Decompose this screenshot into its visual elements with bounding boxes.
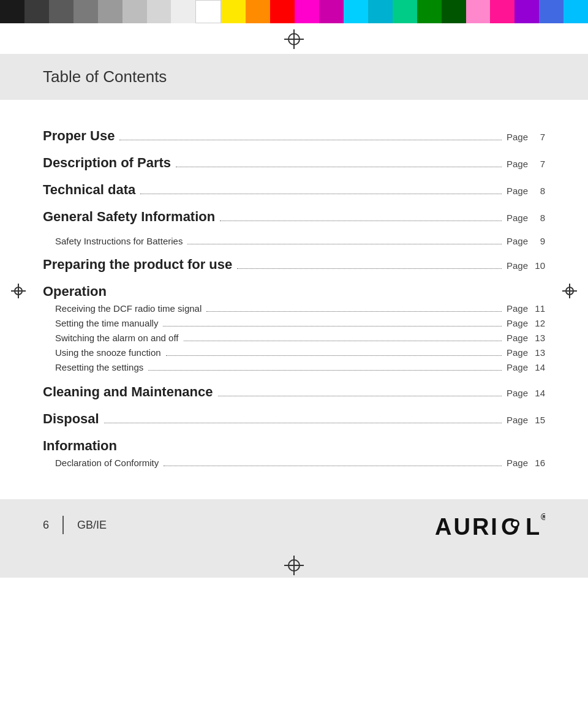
registration-target-top bbox=[0, 23, 588, 51]
toc-item-technical: Technical data Page 8 bbox=[43, 182, 545, 198]
swatch-royal-blue bbox=[539, 0, 564, 23]
crosshair-left-icon bbox=[11, 284, 26, 298]
svg-text:AURI: AURI bbox=[435, 514, 499, 540]
crosshair-icon bbox=[284, 29, 304, 49]
crosshair-right-icon bbox=[562, 284, 577, 298]
crosshair-left bbox=[11, 284, 26, 298]
swatch-orange bbox=[246, 0, 270, 23]
toc-item-snooze: Using the snooze function Page 13 bbox=[55, 347, 545, 358]
toc-title-alarm: Switching the alarm on and off bbox=[55, 333, 179, 343]
toc-item-time-manual: Setting the time manually Page 12 bbox=[55, 318, 545, 329]
toc-page-label-conformity: Page bbox=[507, 458, 528, 468]
swatch-gray bbox=[49, 0, 74, 23]
auriol-logo-svg: AURI O L ® bbox=[435, 510, 545, 540]
toc-page-label-reset: Page bbox=[507, 362, 528, 372]
toc-page-num-disposal: 15 bbox=[528, 415, 545, 425]
toc-page-label-safety: Page bbox=[507, 213, 528, 223]
toc-item-safety: General Safety Information Page 8 bbox=[43, 209, 545, 225]
swatch-teal bbox=[393, 0, 417, 23]
swatch-dark-cyan bbox=[368, 0, 393, 23]
toc-page-label-alarm: Page bbox=[507, 333, 528, 343]
swatch-dark-green bbox=[442, 0, 466, 23]
toc-item-conformity: Declaration of Conformity Page 16 bbox=[55, 458, 545, 469]
toc-dots-description bbox=[176, 167, 502, 167]
toc-item-cleaning: Cleaning and Maintenance Page 14 bbox=[43, 384, 545, 400]
toc-title-batteries: Safety Instructions for Batteries bbox=[55, 236, 183, 246]
toc-page-num-dcf: 11 bbox=[528, 303, 545, 314]
footer-divider bbox=[62, 516, 64, 534]
toc-dots-conformity bbox=[164, 466, 502, 466]
footer-region: GB/IE bbox=[77, 519, 107, 532]
svg-text:L: L bbox=[526, 514, 541, 540]
main-content: Proper Use Page 7 Description of Parts P… bbox=[0, 100, 588, 487]
toc-page-num-alarm: 13 bbox=[528, 333, 545, 343]
toc-page-num-proper-use: 7 bbox=[528, 132, 545, 142]
toc-dots-proper-use bbox=[119, 140, 502, 140]
swatch-cyan bbox=[344, 0, 368, 23]
color-bar bbox=[0, 0, 588, 23]
crosshair-circle bbox=[288, 33, 300, 45]
toc-page-label-time-manual: Page bbox=[507, 318, 528, 328]
swatch-pink bbox=[466, 0, 491, 23]
auriol-o-inner bbox=[513, 521, 518, 526]
toc-page-num-time-manual: 12 bbox=[528, 318, 545, 328]
toc-title-snooze: Using the snooze function bbox=[55, 347, 161, 358]
toc-dots-safety bbox=[220, 221, 502, 221]
swatch-green bbox=[417, 0, 442, 23]
swatch-dark-gray bbox=[24, 0, 49, 23]
toc-page-num-batteries: 9 bbox=[528, 236, 545, 246]
toc-dots-batteries bbox=[187, 244, 502, 244]
toc-page-num-description: 7 bbox=[528, 159, 545, 169]
toc-dots-dcf bbox=[206, 311, 502, 312]
toc-item-description: Description of Parts Page 7 bbox=[43, 155, 545, 171]
footer-page-number: 6 bbox=[43, 519, 49, 532]
swatch-magenta bbox=[295, 0, 319, 23]
toc-item-preparing: Preparing the product for use Page 10 bbox=[43, 257, 545, 273]
toc-title-disposal: Disposal bbox=[43, 411, 99, 427]
registration-target-bottom bbox=[0, 551, 588, 578]
toc-page-label-batteries: Page bbox=[507, 236, 528, 246]
toc-page-label-dcf: Page bbox=[507, 303, 528, 314]
swatch-dark-magenta bbox=[319, 0, 344, 23]
toc-page-num-snooze: 13 bbox=[528, 347, 545, 358]
toc-page-label-proper-use: Page bbox=[507, 132, 528, 142]
toc-dots-cleaning bbox=[218, 396, 502, 396]
toc-dots-technical bbox=[140, 194, 502, 194]
swatch-hot-pink bbox=[490, 0, 514, 23]
swatch-deep-sky-blue bbox=[564, 0, 588, 23]
header-band: Table of Contents bbox=[0, 54, 588, 100]
toc-page-label-description: Page bbox=[507, 159, 528, 169]
toc-page-label-preparing: Page bbox=[507, 260, 528, 271]
svg-text:®: ® bbox=[541, 512, 545, 522]
toc-page-num-safety: 8 bbox=[528, 213, 545, 223]
toc-heading-information: Information bbox=[43, 438, 545, 454]
toc-dots-reset bbox=[148, 370, 502, 371]
toc-item-proper-use: Proper Use Page 7 bbox=[43, 128, 545, 144]
swatch-red bbox=[270, 0, 295, 23]
swatch-lighter-gray bbox=[123, 0, 147, 23]
toc-page-label-snooze: Page bbox=[507, 347, 528, 358]
toc-title-dcf: Receiving the DCF radio time signal bbox=[55, 303, 202, 314]
toc-title-preparing: Preparing the product for use bbox=[43, 257, 232, 273]
toc-item-batteries: Safety Instructions for Batteries Page 9 bbox=[55, 236, 545, 247]
toc-title-proper-use: Proper Use bbox=[43, 128, 115, 144]
swatch-white bbox=[195, 0, 221, 23]
auriol-logo: AURI O L ® bbox=[435, 510, 545, 540]
crosshair-left-circle bbox=[14, 287, 23, 295]
toc-page-label-cleaning: Page bbox=[507, 388, 528, 398]
swatch-yellow bbox=[221, 0, 246, 23]
toc-dots-snooze bbox=[166, 355, 502, 356]
toc-page-num-reset: 14 bbox=[528, 362, 545, 372]
crosshair-right-circle bbox=[565, 287, 574, 295]
toc-page-label-disposal: Page bbox=[507, 415, 528, 425]
swatch-near-white bbox=[171, 0, 195, 23]
toc-page-num-preparing: 10 bbox=[528, 260, 545, 271]
crosshair-right bbox=[562, 284, 577, 298]
toc-item-disposal: Disposal Page 15 bbox=[43, 411, 545, 427]
footer-band: 6 GB/IE AURI O L ® bbox=[0, 499, 588, 551]
toc-dots-alarm bbox=[184, 341, 502, 341]
toc-page-label-technical: Page bbox=[507, 186, 528, 196]
toc-dots-time-manual bbox=[163, 326, 502, 326]
toc-item-dcf: Receiving the DCF radio time signal Page… bbox=[55, 303, 545, 314]
toc-title-safety: General Safety Information bbox=[43, 209, 215, 225]
